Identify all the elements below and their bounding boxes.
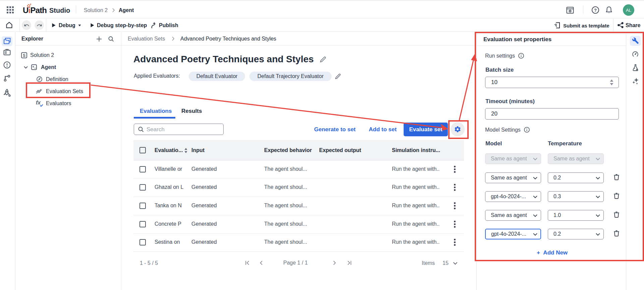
svg-text:S: S [23, 53, 25, 58]
svg-text:?: ? [594, 8, 597, 13]
